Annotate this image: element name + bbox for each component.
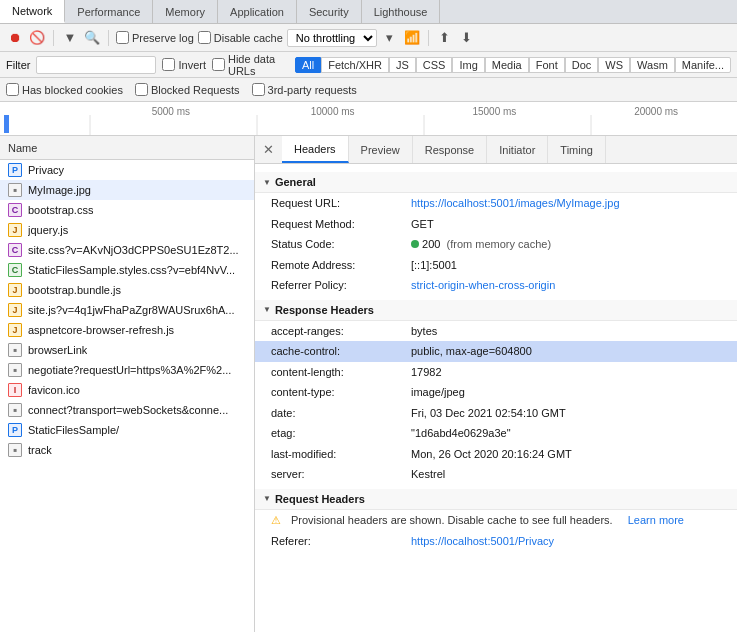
file-item-privacy[interactable]: P Privacy xyxy=(0,160,254,180)
file-name-aspnetcore: aspnetcore-browser-refresh.js xyxy=(28,324,174,336)
tab-memory[interactable]: Memory xyxy=(153,0,218,23)
detail-close-button[interactable]: ✕ xyxy=(255,136,282,163)
file-item-connect[interactable]: ▪ connect?transport=webSockets&conne... xyxy=(0,400,254,420)
main-area: Name P Privacy ▪ MyImage.jpg C bootstrap… xyxy=(0,136,737,632)
file-name-staticfiles-dir: StaticFilesSample/ xyxy=(28,424,119,436)
file-list: Name P Privacy ▪ MyImage.jpg C bootstrap… xyxy=(0,136,255,632)
toolbar-separator-3 xyxy=(428,30,429,46)
file-item-negotiate[interactable]: ▪ negotiate?requestUrl=https%3A%2F%2... xyxy=(0,360,254,380)
tab-application[interactable]: Application xyxy=(218,0,297,23)
file-item-staticfiles-css[interactable]: C StaticFilesSample.styles.css?v=ebf4NvV… xyxy=(0,260,254,280)
hide-data-urls-checkbox[interactable] xyxy=(212,58,225,71)
has-blocked-cookies-label: Has blocked cookies xyxy=(22,84,123,96)
filter-label: Filter xyxy=(6,59,30,71)
request-url-key: Request URL: xyxy=(271,195,411,212)
blocked-requests-check[interactable]: Blocked Requests xyxy=(135,83,240,96)
file-item-myimage[interactable]: ▪ MyImage.jpg xyxy=(0,180,254,200)
detail-tab-preview[interactable]: Preview xyxy=(349,136,413,163)
file-name-myimage: MyImage.jpg xyxy=(28,184,91,196)
hide-data-urls-check[interactable]: Hide data URLs xyxy=(212,53,289,77)
response-headers-section-header[interactable]: ▼ Response Headers xyxy=(255,300,737,321)
cache-control-key: cache-control: xyxy=(271,343,411,360)
filter-css-btn[interactable]: CSS xyxy=(416,57,453,73)
general-triangle-icon: ▼ xyxy=(263,178,271,187)
file-icon-site-css: C xyxy=(8,243,22,257)
filter-img-btn[interactable]: Img xyxy=(452,57,484,73)
filter-type-buttons: All Fetch/XHR JS CSS Img Media Font Doc … xyxy=(295,57,731,73)
request-url-link[interactable]: https://localhost:5001/images/MyImage.jp… xyxy=(411,197,620,209)
etag-row: etag: "1d6abd4e0629a3e" xyxy=(255,423,737,444)
tab-network[interactable]: Network xyxy=(0,0,65,23)
detail-tab-response[interactable]: Response xyxy=(413,136,488,163)
invert-checkbox[interactable] xyxy=(162,58,175,71)
file-item-favicon[interactable]: I favicon.ico xyxy=(0,380,254,400)
filter-media-btn[interactable]: Media xyxy=(485,57,529,73)
general-referrer-policy-row: Referrer Policy: strict-origin-when-cros… xyxy=(255,275,737,296)
export-icon[interactable]: ⬇ xyxy=(458,29,476,47)
server-row: server: Kestrel xyxy=(255,464,737,485)
status-code-val: 200 (from memory cache) xyxy=(411,236,721,253)
stop-button[interactable]: 🚫 xyxy=(28,29,46,47)
invert-check[interactable]: Invert xyxy=(162,58,206,71)
preserve-log-checkbox[interactable] xyxy=(116,31,129,44)
disable-cache-checkbox[interactable] xyxy=(198,31,211,44)
detail-content: ▼ General Request URL: https://localhost… xyxy=(255,164,737,632)
wifi-icon[interactable]: 📶 xyxy=(403,29,421,47)
filter-ws-btn[interactable]: WS xyxy=(598,57,630,73)
detail-tab-headers[interactable]: Headers xyxy=(282,136,349,163)
throttle-select[interactable]: No throttling xyxy=(287,29,377,47)
filter-doc-btn[interactable]: Doc xyxy=(565,57,599,73)
general-section-header[interactable]: ▼ General xyxy=(255,172,737,193)
filter-input[interactable] xyxy=(36,56,156,74)
learn-more-link[interactable]: Learn more xyxy=(628,514,684,526)
file-item-bootstrap-bundle[interactable]: J bootstrap.bundle.js xyxy=(0,280,254,300)
filter-fetch-btn[interactable]: Fetch/XHR xyxy=(321,57,389,73)
warning-icon: ⚠ xyxy=(271,514,281,527)
last-modified-key: last-modified: xyxy=(271,446,411,463)
filter-all-btn[interactable]: All xyxy=(295,57,321,73)
third-party-checkbox[interactable] xyxy=(252,83,265,96)
request-method-key: Request Method: xyxy=(271,216,411,233)
file-item-staticfiles-dir[interactable]: P StaticFilesSample/ xyxy=(0,420,254,440)
request-headers-title: Request Headers xyxy=(275,493,365,505)
file-item-track[interactable]: ▪ track xyxy=(0,440,254,460)
request-headers-section-header[interactable]: ▼ Request Headers xyxy=(255,489,737,510)
file-name-favicon: favicon.ico xyxy=(28,384,80,396)
import-icon[interactable]: ⬆ xyxy=(436,29,454,47)
has-blocked-cookies-checkbox[interactable] xyxy=(6,83,19,96)
throttle-dropdown-icon[interactable]: ▾ xyxy=(381,29,399,47)
search-icon[interactable]: 🔍 xyxy=(83,29,101,47)
filter-icon[interactable]: ▼ xyxy=(61,29,79,47)
invert-label: Invert xyxy=(178,59,206,71)
disable-cache-check[interactable]: Disable cache xyxy=(198,31,283,44)
request-headers-triangle-icon: ▼ xyxy=(263,494,271,503)
detail-tab-timing[interactable]: Timing xyxy=(548,136,606,163)
filter-js-btn[interactable]: JS xyxy=(389,57,416,73)
preserve-log-check[interactable]: Preserve log xyxy=(116,31,194,44)
tab-lighthouse[interactable]: Lighthouse xyxy=(362,0,441,23)
filter-wasm-btn[interactable]: Wasm xyxy=(630,57,675,73)
filter-manifest-btn[interactable]: Manife... xyxy=(675,57,731,73)
file-item-site-css[interactable]: C site.css?v=AKvNjO3dCPPS0eSU1Ez8T2... xyxy=(0,240,254,260)
referer-val: https://localhost:5001/Privacy xyxy=(411,533,721,550)
blocked-requests-checkbox[interactable] xyxy=(135,83,148,96)
tab-performance[interactable]: Performance xyxy=(65,0,153,23)
filter-font-btn[interactable]: Font xyxy=(529,57,565,73)
general-request-method-row: Request Method: GET xyxy=(255,214,737,235)
date-val: Fri, 03 Dec 2021 02:54:10 GMT xyxy=(411,405,721,422)
has-blocked-cookies-check[interactable]: Has blocked cookies xyxy=(6,83,123,96)
file-item-jquery[interactable]: J jquery.js xyxy=(0,220,254,240)
third-party-check[interactable]: 3rd-party requests xyxy=(252,83,357,96)
detail-tab-initiator[interactable]: Initiator xyxy=(487,136,548,163)
timeline: 5000 ms 10000 ms 15000 ms 20000 ms xyxy=(0,102,737,136)
file-item-browserlink[interactable]: ▪ browserLink xyxy=(0,340,254,360)
request-method-val: GET xyxy=(411,216,721,233)
response-headers-triangle-icon: ▼ xyxy=(263,305,271,314)
file-name-jquery: jquery.js xyxy=(28,224,68,236)
file-item-aspnetcore[interactable]: J aspnetcore-browser-refresh.js xyxy=(0,320,254,340)
tab-security[interactable]: Security xyxy=(297,0,362,23)
record-button[interactable]: ⏺ xyxy=(6,29,24,47)
file-item-site-js[interactable]: J site.js?v=4q1jwFhaPaZgr8WAUSrux6hA... xyxy=(0,300,254,320)
file-name-site-js: site.js?v=4q1jwFhaPaZgr8WAUSrux6hA... xyxy=(28,304,235,316)
file-item-bootstrap-css[interactable]: C bootstrap.css xyxy=(0,200,254,220)
